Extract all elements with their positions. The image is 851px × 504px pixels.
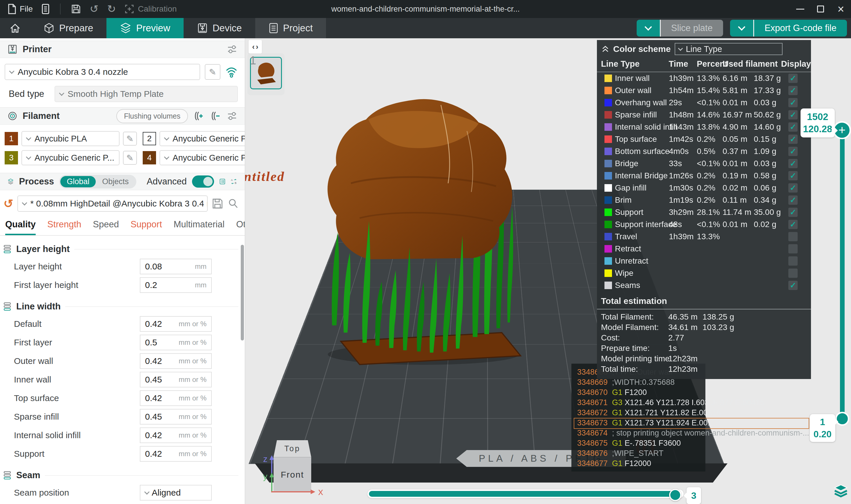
remove-filament-icon[interactable] [210, 110, 222, 122]
undo-button[interactable]: ↺ [90, 4, 98, 14]
gcode-line[interactable]: 3348670G1 F1200 [572, 388, 705, 398]
add-filament-icon[interactable] [193, 110, 205, 122]
edit-printer-button[interactable]: ✎ [205, 64, 220, 80]
process-tab-quality[interactable]: Quality [5, 219, 36, 235]
edit-filament-button[interactable]: ✎ [123, 132, 137, 146]
notes-button[interactable] [41, 4, 50, 14]
move-slider-handle[interactable] [669, 489, 681, 501]
slice-dropdown-button[interactable] [637, 20, 660, 37]
display-checkbox[interactable]: ✓ [789, 147, 798, 156]
scope-global[interactable]: Global [60, 176, 96, 187]
display-checkbox[interactable]: ✓ [789, 134, 798, 144]
gcode-line[interactable]: 3348675G1 E-.78351 F3600 [572, 438, 705, 448]
setting-select[interactable]: Aligned [140, 485, 212, 501]
minimize-button[interactable] [790, 0, 810, 18]
printer-select[interactable]: Anycubic Kobra 3 0.4 nozzle [5, 64, 200, 80]
display-checkbox[interactable]: ✓ [789, 98, 798, 107]
save-button[interactable] [71, 4, 81, 14]
display-checkbox[interactable]: ✓ [789, 208, 798, 217]
gcode-line[interactable]: 3348671G3 X121.46 Y121.728 I.603 J-.977 … [572, 398, 705, 408]
profile-select[interactable]: * 0.08mm HighDetail @Anycubic Kobra 3 0.… [17, 195, 208, 212]
display-checkbox[interactable]: ✓ [789, 86, 798, 95]
display-checkbox[interactable]: ✓ [789, 220, 798, 229]
process-tab-others[interactable]: Others [236, 219, 245, 235]
gcode-line[interactable]: 3348674; stop printing object women-and-… [572, 428, 705, 438]
setting-input[interactable]: 0.2mm [140, 277, 212, 293]
tab-home[interactable] [0, 18, 30, 38]
process-tab-strength[interactable]: Strength [47, 219, 81, 235]
setting-input[interactable]: 0.42mm or % [140, 428, 212, 443]
setting-input[interactable]: 0.42mm or % [140, 446, 212, 462]
param-list-icon[interactable] [219, 176, 226, 187]
gcode-line[interactable]: 3348677G1 F12000 [572, 458, 705, 469]
filament-select[interactable]: Anycubic Generic P... [160, 150, 245, 165]
display-checkbox[interactable]: ✓ [789, 183, 798, 193]
scope-objects[interactable]: Objects [96, 176, 135, 187]
layers-stack-icon[interactable] [834, 484, 848, 498]
process-tab-support[interactable]: Support [130, 219, 162, 235]
gcode-viewer[interactable]: 3348668;TYPE:Outer wall3348669;WIDTH:0.3… [572, 364, 705, 471]
save-profile-icon[interactable] [212, 198, 223, 209]
setting-input[interactable]: 0.5mm or % [140, 335, 212, 350]
gcode-line[interactable]: 3348673G1 X121.73 Y121.924 E.00119 [572, 418, 705, 428]
layer-slider-bottom-handle[interactable] [835, 412, 849, 426]
move-slider-track[interactable]: 3 [367, 489, 684, 498]
view-cube[interactable]: Top Front z y x [261, 440, 331, 500]
tab-device[interactable]: Device [184, 18, 255, 38]
setting-input[interactable]: 0.45mm or % [140, 409, 212, 425]
display-checkbox[interactable] [789, 256, 798, 266]
advanced-toggle[interactable] [192, 176, 214, 187]
reset-profile-icon[interactable]: ↺ [3, 198, 13, 209]
display-checkbox[interactable]: ✓ [789, 195, 798, 205]
filament-settings-icon[interactable] [227, 111, 237, 121]
setting-input[interactable]: 0.42mm or % [140, 390, 212, 406]
process-scope-toggle[interactable]: Global Objects [59, 175, 136, 188]
setting-input[interactable]: 0.42mm or % [140, 353, 212, 369]
process-tab-multimaterial[interactable]: Multimaterial [174, 219, 225, 235]
setting-input[interactable]: 0.08mm [140, 259, 212, 274]
compare-ab-icon[interactable]: AB [231, 176, 237, 187]
display-checkbox[interactable] [789, 269, 798, 278]
layer-slider-track[interactable] [840, 136, 845, 419]
setting-input[interactable]: 0.45mm or % [140, 372, 212, 388]
calibration-button[interactable]: Calibration [124, 4, 177, 14]
display-checkbox[interactable]: ✓ [789, 122, 798, 132]
display-checkbox[interactable]: ✓ [789, 281, 798, 290]
printer-settings-icon[interactable] [227, 44, 237, 55]
plate-thumbnail-card[interactable]: 1 [248, 53, 285, 95]
tab-prepare[interactable]: Prepare [30, 18, 106, 38]
sidebar-scrollbar[interactable] [241, 245, 244, 340]
search-icon[interactable] [228, 198, 239, 209]
view-cube-front[interactable]: Front [273, 457, 311, 492]
file-menu[interactable]: File [7, 4, 33, 14]
color-scheme-select[interactable]: Line Type [675, 43, 782, 55]
gcode-line[interactable]: 3348676;WIPE_START [572, 448, 705, 458]
filament-select[interactable]: Anycubic Generic P... [160, 131, 245, 146]
view-cube-top[interactable]: Top [273, 440, 311, 457]
gcode-line[interactable]: 3348672G1 X121.721 Y121.82 E.00316 [572, 408, 705, 418]
tab-project[interactable]: Project [255, 18, 326, 38]
display-checkbox[interactable]: ✓ [789, 159, 798, 168]
flushing-volumes-button[interactable]: Flushing volumes [116, 109, 188, 123]
redo-button[interactable]: ↻ [107, 4, 116, 14]
display-checkbox[interactable] [789, 244, 798, 253]
display-checkbox[interactable] [789, 232, 798, 241]
display-checkbox[interactable]: ✓ [789, 171, 798, 180]
export-gcode-button[interactable]: Export G-code file [730, 20, 847, 37]
filament-select[interactable]: Anycubic PLA [21, 131, 120, 146]
maximize-button[interactable] [810, 0, 831, 18]
setting-input[interactable]: 0.42mm or % [140, 316, 212, 332]
display-checkbox[interactable]: ✓ [789, 74, 798, 83]
wifi-icon[interactable] [225, 66, 238, 78]
tab-preview[interactable]: Preview [106, 18, 183, 38]
process-tab-speed[interactable]: Speed [93, 219, 119, 235]
collapse-panel-icon[interactable] [601, 44, 610, 53]
collapse-plate-list-button[interactable]: ‹› [249, 40, 262, 53]
close-button[interactable]: × [831, 0, 851, 18]
slice-plate-button[interactable]: Slice plate [637, 20, 723, 37]
display-checkbox[interactable]: ✓ [789, 110, 798, 120]
export-dropdown-button[interactable] [730, 20, 753, 37]
bed-type-select[interactable]: Smooth High Temp Plate [55, 86, 238, 102]
filament-select[interactable]: Anycubic Generic P... [21, 150, 120, 165]
edit-filament-button[interactable]: ✎ [123, 151, 137, 165]
